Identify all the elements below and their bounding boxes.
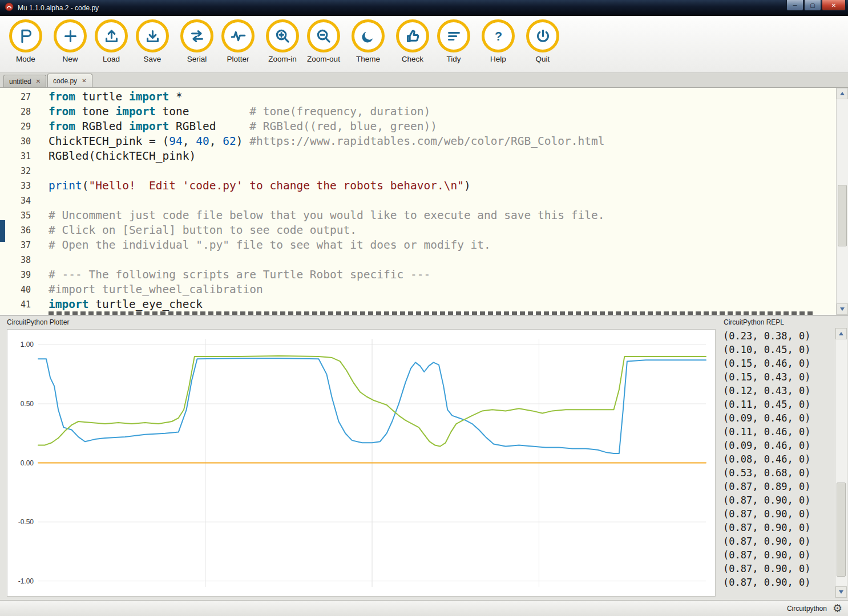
tab-close-icon[interactable]: ✕ xyxy=(82,78,86,84)
help-button[interactable]: ?Help xyxy=(479,19,517,63)
save-button[interactable]: Save xyxy=(134,19,171,63)
zoom-in-button[interactable]: Zoom-in xyxy=(264,19,301,63)
toolbar-button-label: Plotter xyxy=(227,55,249,63)
gear-icon[interactable]: ⚙ xyxy=(833,603,842,614)
code-line[interactable]: 31RGBled(ChickTECH_pink) xyxy=(0,149,848,164)
maximize-icon: ▢ xyxy=(810,2,815,9)
toolbar-button-label: Quit xyxy=(536,55,550,63)
zoom-out-button[interactable]: Zoom-out xyxy=(305,19,342,63)
repl-output-line: (0.10, 0.45, 0) xyxy=(723,343,834,356)
code-text: #import turtle_wheel_calibration xyxy=(49,282,263,297)
serial-button[interactable]: Serial xyxy=(178,19,216,63)
code-text: from turtle import * xyxy=(49,90,183,104)
code-line[interactable]: 28from tone import tone # tone(frequency… xyxy=(0,104,848,119)
code-line[interactable]: 29from RGBled import RGBled # RGBled((re… xyxy=(0,119,848,134)
clipped-next-line xyxy=(49,311,814,315)
repl-scroll-thumb[interactable] xyxy=(837,483,846,577)
code-line[interactable]: 37# Open the individual ".py" file to se… xyxy=(0,238,848,253)
code-line[interactable]: 34 xyxy=(0,193,848,208)
code-line[interactable]: 30ChickTECH_pink = (94, 40, 62) #https:/… xyxy=(0,134,848,149)
svg-text:?: ? xyxy=(494,29,502,43)
tab-untitled[interactable]: untitled✕ xyxy=(3,75,46,87)
line-number: 32 xyxy=(0,164,40,179)
code-line[interactable]: 35# Uncomment just code file below that … xyxy=(0,208,848,223)
code-text: # Open the individual ".py" file to see … xyxy=(49,238,491,253)
repl-title: CircuitPython REPL xyxy=(719,317,847,328)
minimize-button[interactable]: ─ xyxy=(786,0,803,11)
help-icon: ? xyxy=(482,19,515,52)
titlebar[interactable]: Mu 1.1.0.alpha.2 - code.py ─ ▢ ✕ xyxy=(0,0,848,16)
line-number: 30 xyxy=(0,134,40,149)
line-number: 34 xyxy=(0,193,40,208)
mu-app-icon xyxy=(5,2,14,14)
repl-scrollbar[interactable] xyxy=(835,328,847,598)
repl-output-line: (0.87, 0.90, 0) xyxy=(723,562,834,576)
code-line[interactable]: 40#import turtle_wheel_calibration xyxy=(0,282,848,297)
repl-output-line: (0.87, 0.90, 0) xyxy=(723,548,834,562)
new-button[interactable]: New xyxy=(51,19,89,63)
status-mode-label: Circuitpython xyxy=(787,605,827,613)
toolbar-button-label: Help xyxy=(490,55,506,63)
status-bar: Circuitpython ⚙ xyxy=(0,600,848,616)
code-line[interactable]: 32 xyxy=(0,164,848,179)
code-text: from tone import tone # tone(frequency, … xyxy=(49,104,430,119)
scroll-up-icon xyxy=(839,332,843,335)
code-line[interactable]: 27from turtle import * xyxy=(0,90,848,104)
code-line[interactable]: 38 xyxy=(0,253,848,268)
quit-button[interactable]: Quit xyxy=(524,19,562,63)
repl-scroll-track[interactable] xyxy=(835,339,847,586)
line-number: 27 xyxy=(0,90,40,104)
toolbar-button-label: Check xyxy=(402,55,423,63)
code-lines: 27from turtle import *28from tone import… xyxy=(0,88,848,312)
repl-output-line: (0.11, 0.45, 0) xyxy=(723,398,834,411)
mode-icon xyxy=(9,19,42,52)
editor-scrollbar[interactable] xyxy=(836,88,848,315)
code-text: import turtle_eye_check xyxy=(49,297,203,312)
editor-scroll-up-button[interactable] xyxy=(837,88,848,99)
mode-button[interactable]: Mode xyxy=(7,19,45,63)
editor-scroll-thumb[interactable] xyxy=(838,185,847,246)
code-line[interactable]: 41import turtle_eye_check xyxy=(0,297,848,312)
check-button[interactable]: Check xyxy=(394,19,431,63)
close-button[interactable]: ✕ xyxy=(822,0,846,11)
toolbar-button-label: Theme xyxy=(356,55,380,63)
repl-output-line: (0.87, 0.90, 0) xyxy=(723,576,834,589)
line-number: 33 xyxy=(0,179,40,193)
theme-button[interactable]: Theme xyxy=(349,19,387,63)
code-line[interactable]: 36# Click on [Serial] button to see code… xyxy=(0,223,848,238)
code-line[interactable]: 39# --- The following scripts are Turtle… xyxy=(0,268,848,282)
minimize-icon: ─ xyxy=(793,2,797,9)
tab-code-py[interactable]: code.py✕ xyxy=(47,74,92,87)
editor-scroll-down-button[interactable] xyxy=(837,303,848,315)
repl-output-line: (0.15, 0.46, 0) xyxy=(723,356,834,370)
line-number: 38 xyxy=(0,253,40,268)
repl-output-line: (0.15, 0.43, 0) xyxy=(723,370,834,384)
toolbar-button-label: Load xyxy=(103,55,120,63)
save-icon xyxy=(136,19,169,52)
repl-output-line: (0.87, 0.90, 0) xyxy=(723,493,834,507)
code-line[interactable]: 33print("Hello! Edit 'code.py' to change… xyxy=(0,179,848,193)
line-number: 41 xyxy=(0,297,40,312)
scroll-down-icon xyxy=(840,307,845,311)
code-editor[interactable]: 27from turtle import *28from tone import… xyxy=(0,88,848,315)
code-text: ChickTECH_pink = (94, 40, 62) #https://w… xyxy=(49,134,604,149)
svg-text:1.00: 1.00 xyxy=(21,341,34,348)
repl-scroll-up-button[interactable] xyxy=(835,328,847,339)
plotter-button[interactable]: Plotter xyxy=(219,19,257,63)
repl-output-line: (0.11, 0.46, 0) xyxy=(723,425,834,439)
toolbar-button-label: Zoom-out xyxy=(307,55,340,63)
bottom-panes: CircuitPython Plotter 1.000.500.00-0.50-… xyxy=(0,315,848,600)
editor-margin-marker xyxy=(0,220,5,242)
zoom-in-icon xyxy=(266,19,299,52)
tidy-button[interactable]: Tidy xyxy=(435,19,473,63)
tab-close-icon[interactable]: ✕ xyxy=(36,78,41,84)
toolbar-button-label: New xyxy=(62,55,78,63)
repl-scroll-down-button[interactable] xyxy=(835,586,847,598)
window-controls: ─ ▢ ✕ xyxy=(786,0,846,11)
repl-output[interactable]: (0.23, 0.38, 0)(0.10, 0.45, 0)(0.15, 0.4… xyxy=(719,328,835,598)
maximize-button[interactable]: ▢ xyxy=(804,0,821,11)
line-number: 29 xyxy=(0,119,40,134)
line-number: 31 xyxy=(0,149,40,164)
load-button[interactable]: Load xyxy=(92,19,130,63)
editor-scroll-track[interactable] xyxy=(837,99,848,303)
